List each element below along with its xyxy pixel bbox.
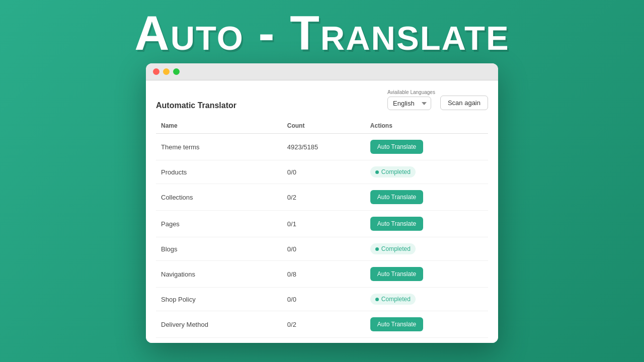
cell-name: Delivery Method — [156, 311, 282, 338]
table-row: Products0/0Completed — [156, 160, 488, 184]
app-window: Automatic Translator Aviailable Language… — [146, 63, 498, 343]
completed-badge: Completed — [370, 294, 416, 305]
languages-label: Aviailable Languages — [387, 89, 435, 95]
cell-name: Products — [156, 160, 282, 184]
cell-action: Auto Translate — [365, 184, 488, 211]
table-header-row: Name Count Actions — [156, 118, 488, 134]
cell-name: Navigations — [156, 261, 282, 288]
cell-count: 0/0 — [282, 237, 365, 261]
cell-name: Shop Policy — [156, 288, 282, 311]
titlebar — [146, 63, 498, 80]
cell-count: 4923/5185 — [282, 134, 365, 160]
window-minimize-button[interactable] — [163, 68, 170, 75]
auto-translate-button[interactable]: Auto Translate — [370, 190, 423, 204]
auto-translate-button[interactable]: Auto Translate — [370, 217, 423, 231]
auto-translate-button[interactable]: Auto Translate — [370, 267, 423, 281]
language-select[interactable]: English Spanish French German — [387, 97, 431, 110]
app-title: Automatic Translator — [156, 101, 236, 110]
cell-count: 0/8 — [282, 261, 365, 288]
auto-translate-button[interactable]: Auto Translate — [370, 317, 423, 331]
completed-dot-icon — [375, 298, 379, 301]
col-header-actions: Actions — [365, 118, 488, 134]
completed-badge: Completed — [370, 243, 416, 254]
cell-action: Auto Translate — [365, 311, 488, 338]
cell-count: 0/0 — [282, 288, 365, 311]
cell-action: Completed — [365, 160, 488, 184]
scan-again-button[interactable]: Scan again — [440, 96, 488, 110]
cell-count: 0/2 — [282, 184, 365, 211]
cell-count: 0/2 — [282, 311, 365, 338]
language-group: Aviailable Languages English Spanish Fre… — [387, 89, 435, 110]
table-row: Shop Policy0/0Completed — [156, 288, 488, 311]
cell-count: 0/1 — [282, 211, 365, 237]
table-row: Pages0/1Auto Translate — [156, 211, 488, 237]
cell-action: Completed — [365, 288, 488, 311]
cell-action: Auto Translate — [365, 134, 488, 160]
cell-name: Pages — [156, 211, 282, 237]
auto-translate-button[interactable]: Auto Translate — [370, 140, 423, 154]
cell-name: Theme terms — [156, 134, 282, 160]
table-row: Navigations0/8Auto Translate — [156, 261, 488, 288]
cell-name: Blogs — [156, 237, 282, 261]
table-row: Delivery Method0/2Auto Translate — [156, 311, 488, 338]
cell-action: Completed — [365, 237, 488, 261]
hero-title: Auto - Translate — [134, 9, 509, 57]
completed-badge: Completed — [370, 166, 416, 177]
table-row: Collections0/2Auto Translate — [156, 184, 488, 211]
table-row: Blogs0/0Completed — [156, 237, 488, 261]
cell-action: Auto Translate — [365, 261, 488, 288]
cell-count: 0/0 — [282, 160, 365, 184]
app-content: Automatic Translator Aviailable Language… — [146, 80, 498, 343]
cell-name: Collections — [156, 184, 282, 211]
table-row: Theme terms4923/5185Auto Translate — [156, 134, 488, 160]
header-right: Aviailable Languages English Spanish Fre… — [387, 89, 488, 110]
app-header: Automatic Translator Aviailable Language… — [156, 89, 488, 110]
window-maximize-button[interactable] — [173, 68, 180, 75]
completed-dot-icon — [375, 170, 379, 174]
col-header-name: Name — [156, 118, 282, 134]
cell-action: Auto Translate — [365, 211, 488, 237]
window-close-button[interactable] — [153, 68, 159, 75]
col-header-count: Count — [282, 118, 365, 134]
completed-dot-icon — [375, 247, 379, 251]
translation-table: Name Count Actions Theme terms4923/5185A… — [156, 118, 488, 338]
